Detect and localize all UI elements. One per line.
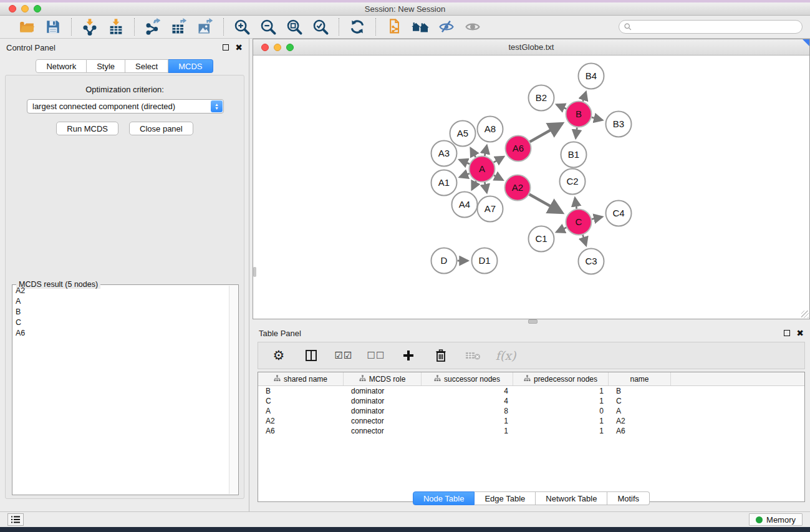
export-network-button[interactable] — [142, 17, 163, 36]
close-panel-icon[interactable]: ✖ — [235, 44, 243, 51]
graph-node-C3[interactable]: C3 — [579, 249, 604, 274]
zoom-selected-button[interactable] — [310, 17, 331, 36]
edge-B-B1[interactable] — [576, 127, 577, 138]
edge-A-A8[interactable] — [485, 145, 486, 156]
zoom-window-button[interactable] — [34, 5, 41, 12]
import-table-button[interactable] — [105, 17, 127, 36]
delete-column-button[interactable] — [464, 346, 483, 365]
graph-node-A6[interactable]: A6 — [506, 136, 531, 162]
close-table-panel-icon[interactable]: ✖ — [796, 330, 804, 336]
edge-A2-C[interactable] — [529, 195, 562, 213]
graph-node-A2[interactable]: A2 — [505, 175, 531, 201]
graph-node-C1[interactable]: C1 — [529, 226, 554, 252]
open-session-button[interactable] — [16, 17, 37, 36]
tab-network[interactable]: Network — [36, 59, 87, 73]
network-horizontal-scrollbar-thumb[interactable] — [528, 319, 538, 324]
tab-select[interactable]: Select — [125, 59, 168, 73]
edge-A-A5[interactable] — [471, 148, 476, 157]
search-field[interactable] — [619, 20, 803, 34]
edge-A-A1[interactable] — [460, 173, 470, 177]
graph-node-B2[interactable]: B2 — [529, 85, 554, 111]
graph-node-D[interactable]: D — [432, 248, 457, 274]
network-vertical-scrollbar-thumb[interactable] — [253, 267, 256, 277]
deselect-all-button[interactable]: ☐☐ — [367, 346, 385, 365]
zoom-fit-button[interactable] — [284, 17, 305, 36]
search-input[interactable] — [635, 21, 802, 32]
edge-A-A7[interactable] — [485, 182, 486, 193]
float-panel-icon[interactable] — [223, 44, 229, 51]
home-button[interactable] — [410, 17, 431, 36]
column-header-MCDS-role[interactable]: MCDS role — [344, 372, 422, 385]
gear-button[interactable]: ⚙ — [269, 346, 288, 365]
graph-node-A3[interactable]: A3 — [432, 141, 457, 167]
graph-node-C4[interactable]: C4 — [606, 201, 632, 226]
close-window-button[interactable] — [9, 5, 16, 12]
columns-button[interactable] — [302, 346, 321, 365]
tab-node-table[interactable]: Node Table — [413, 491, 475, 505]
graph-node-A8[interactable]: A8 — [478, 117, 503, 142]
table-row[interactable]: A2connector11A2 — [258, 416, 804, 426]
import-network-button[interactable] — [79, 17, 100, 36]
add-button[interactable] — [399, 346, 418, 365]
function-button[interactable]: f(x) — [496, 346, 515, 365]
close-panel-button[interactable]: Close panel — [129, 122, 193, 135]
network-from-file-button[interactable] — [383, 17, 405, 36]
export-image-button[interactable] — [195, 17, 216, 36]
resize-grip[interactable] — [801, 311, 809, 318]
edge-C-C1[interactable] — [556, 228, 566, 232]
table-row[interactable]: Cdominator41C — [258, 396, 804, 406]
save-session-button[interactable] — [42, 17, 64, 36]
edge-A-A4[interactable] — [472, 181, 476, 190]
memory-button[interactable]: Memory — [749, 513, 803, 526]
graph-node-B3[interactable]: B3 — [606, 112, 632, 137]
tab-edge-table[interactable]: Edge Table — [475, 491, 536, 505]
net-minimize-button[interactable] — [274, 44, 281, 51]
column-header-successor-nodes[interactable]: successor nodes — [422, 372, 513, 385]
export-table-button[interactable] — [168, 17, 190, 36]
minimize-window-button[interactable] — [21, 5, 29, 12]
table-row[interactable]: Adominator80A — [258, 406, 804, 416]
edge-A6-B[interactable] — [530, 123, 562, 142]
select-all-button[interactable]: ☑☑ — [334, 346, 353, 365]
edge-A-A6[interactable] — [494, 157, 504, 162]
table-row[interactable]: A6connector11A6 — [258, 426, 804, 436]
net-zoom-button[interactable] — [286, 44, 294, 51]
graph-node-D1[interactable]: D1 — [472, 248, 498, 274]
edge-A-A2[interactable] — [494, 175, 503, 180]
run-mcds-button[interactable]: Run MCDS — [56, 122, 118, 135]
edge-B-B2[interactable] — [556, 105, 566, 109]
graph-node-A1[interactable]: A1 — [432, 170, 457, 196]
graph-node-B4[interactable]: B4 — [579, 64, 604, 89]
edge-B-B3[interactable] — [592, 117, 602, 120]
graph-node-A[interactable]: A — [470, 157, 495, 182]
edge-C-C4[interactable] — [592, 217, 602, 220]
show-button[interactable] — [462, 17, 483, 36]
table-row[interactable]: Bdominator41B — [258, 386, 804, 396]
graph-node-B[interactable]: B — [566, 102, 592, 127]
graph-node-A4[interactable]: A4 — [452, 192, 478, 218]
graph-node-B1[interactable]: B1 — [561, 142, 587, 168]
tab-motifs[interactable]: Motifs — [607, 491, 650, 505]
delete-button[interactable] — [432, 346, 450, 365]
tab-style[interactable]: Style — [87, 59, 125, 73]
float-table-panel-icon[interactable] — [784, 330, 790, 336]
tab-mcds[interactable]: MCDS — [168, 59, 213, 73]
graph-node-A7[interactable]: A7 — [478, 196, 503, 222]
result-scrollbar[interactable] — [229, 286, 238, 494]
optimization-criterion-dropdown[interactable]: largest connected component (directed) ▲… — [27, 99, 224, 114]
edge-C-C3[interactable] — [583, 235, 586, 245]
graph-node-A5[interactable]: A5 — [450, 121, 476, 147]
graph-node-C2[interactable]: C2 — [560, 169, 586, 195]
zoom-in-button[interactable] — [231, 17, 253, 36]
edge-B-B4[interactable] — [583, 92, 586, 101]
column-header-predecessor-nodes[interactable]: predecessor nodes — [513, 372, 609, 385]
column-header-shared-name[interactable]: shared name — [258, 372, 344, 385]
network-canvas[interactable]: B4B2BB3A8A5A6A3B1AC2A1A2A4A7C4CC1DD1C3 — [253, 56, 809, 319]
edge-A-A3[interactable] — [460, 160, 470, 164]
tab-network-table[interactable]: Network Table — [536, 491, 607, 505]
net-close-button[interactable] — [261, 44, 269, 51]
hide-button[interactable] — [436, 17, 457, 36]
graph-node-C[interactable]: C — [566, 210, 592, 235]
edge-C-C2[interactable] — [575, 198, 577, 208]
zoom-out-button[interactable] — [258, 17, 279, 36]
